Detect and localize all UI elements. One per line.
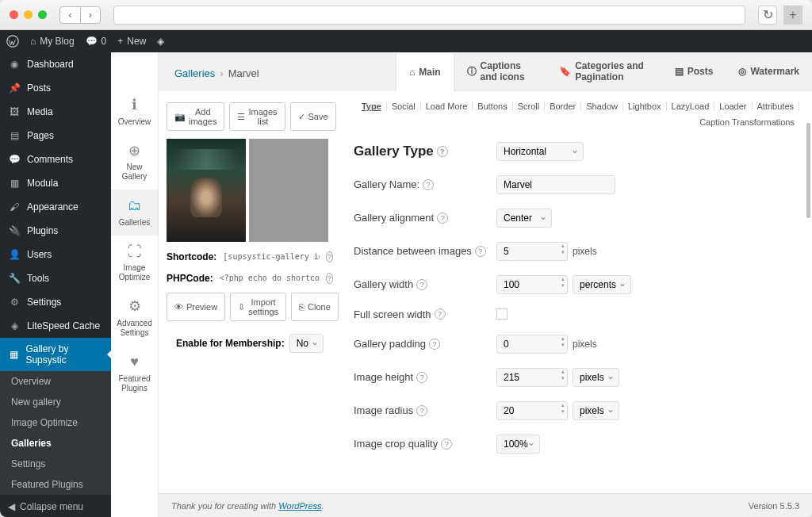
save-button[interactable]: ✓Save bbox=[290, 102, 336, 131]
submenu-overview[interactable]: Overview bbox=[0, 371, 111, 392]
add-images-button[interactable]: 📷Add images bbox=[167, 102, 224, 131]
crop-select[interactable]: 100% bbox=[496, 435, 540, 454]
subtab-attributes[interactable]: Attributes bbox=[753, 101, 799, 111]
subnav-overview[interactable]: ℹOverview bbox=[111, 89, 158, 135]
breadcrumb-root[interactable]: Galleries bbox=[174, 67, 215, 79]
membership-select[interactable]: No bbox=[289, 334, 324, 353]
tab-categories[interactable]: 🔖Categories and Pagination bbox=[546, 52, 662, 90]
main-tabs: ⌂Main ⓘCaptions and icons 🔖Categories an… bbox=[396, 52, 812, 91]
gallery-thumbnail[interactable] bbox=[167, 139, 246, 242]
tab-watermark[interactable]: ◎Watermark bbox=[726, 52, 812, 90]
submenu-image-optimize[interactable]: Image Optimize bbox=[0, 412, 111, 433]
images-list-button[interactable]: ☰Images list bbox=[229, 102, 285, 131]
site-home-link[interactable]: ⌂ My Blog bbox=[30, 36, 75, 47]
subnav-advanced-settings[interactable]: ⚙Advanced Settings bbox=[111, 290, 158, 346]
submenu-featured-plugins[interactable]: Featured Plugins bbox=[0, 474, 111, 495]
fullscreen-label: Full screen width? bbox=[354, 308, 496, 320]
refresh-button[interactable]: ↻ bbox=[758, 6, 777, 25]
subtab-buttons[interactable]: Buttons bbox=[473, 101, 512, 111]
menu-litespeed[interactable]: ◈LiteSpeed Cache bbox=[0, 314, 111, 338]
menu-modula[interactable]: ▦Modula bbox=[0, 171, 111, 195]
width-input[interactable] bbox=[496, 275, 568, 294]
distance-input[interactable] bbox=[496, 242, 568, 261]
subtab-border[interactable]: Border bbox=[545, 101, 581, 111]
subtab-lightbox[interactable]: Lightbox bbox=[623, 101, 667, 111]
comments-link[interactable]: 💬 0 bbox=[86, 36, 107, 47]
wordpress-link[interactable]: WordPress bbox=[278, 501, 321, 511]
help-icon[interactable]: ? bbox=[416, 372, 427, 383]
new-tab-button[interactable]: + bbox=[783, 6, 802, 25]
tab-main[interactable]: ⌂Main bbox=[396, 52, 454, 91]
alignment-select[interactable]: Center bbox=[496, 209, 552, 228]
menu-settings[interactable]: ⚙Settings bbox=[0, 290, 111, 314]
help-icon[interactable]: ? bbox=[441, 438, 452, 450]
help-icon[interactable]: ? bbox=[423, 179, 434, 190]
help-icon[interactable]: ? bbox=[429, 339, 440, 350]
help-icon[interactable]: ? bbox=[437, 146, 448, 157]
help-icon[interactable]: ? bbox=[326, 251, 333, 262]
minimize-window[interactable] bbox=[24, 10, 33, 19]
tab-posts[interactable]: ▤Posts bbox=[662, 52, 726, 90]
clone-button[interactable]: ⎘Clone bbox=[291, 293, 339, 321]
height-unit-select[interactable]: pixels bbox=[573, 368, 619, 387]
close-window[interactable] bbox=[10, 10, 18, 19]
subtab-loadmore[interactable]: Load More bbox=[421, 101, 473, 111]
chevron-right-icon: › bbox=[220, 67, 223, 79]
help-icon[interactable]: ? bbox=[416, 279, 427, 290]
collapse-menu[interactable]: ◀Collapse menu bbox=[0, 495, 111, 517]
forward-button[interactable]: › bbox=[80, 6, 101, 24]
subtab-scroll[interactable]: Scroll bbox=[513, 101, 546, 111]
height-input[interactable] bbox=[496, 368, 568, 387]
menu-gallery-supsystic[interactable]: ▦Gallery by Supsystic bbox=[0, 338, 111, 371]
submenu-new-gallery[interactable]: New gallery bbox=[0, 392, 111, 412]
menu-pages[interactable]: ▤Pages bbox=[0, 124, 111, 147]
watermark-icon: ◎ bbox=[738, 66, 746, 77]
padding-input[interactable] bbox=[496, 335, 568, 354]
url-bar[interactable] bbox=[113, 6, 745, 25]
help-icon[interactable]: ? bbox=[437, 213, 448, 224]
back-button[interactable]: ‹ bbox=[59, 6, 80, 24]
help-icon[interactable]: ? bbox=[416, 405, 427, 416]
width-unit-select[interactable]: percents bbox=[573, 275, 631, 294]
wp-logo[interactable] bbox=[6, 35, 19, 48]
subnav-featured-plugins[interactable]: ♥Featured Plugins bbox=[111, 346, 158, 401]
shortcode-value[interactable] bbox=[221, 250, 321, 263]
scrollbar[interactable] bbox=[806, 123, 810, 218]
submenu-galleries[interactable]: Galleries bbox=[0, 433, 111, 454]
gallery-icon: ▦ bbox=[8, 348, 19, 361]
fullscreen-checkbox[interactable] bbox=[496, 308, 508, 320]
menu-posts[interactable]: 📌Posts bbox=[0, 76, 111, 100]
toolbar-extra-icon[interactable]: ◈ bbox=[157, 36, 164, 47]
menu-tools[interactable]: 🔧Tools bbox=[0, 266, 111, 290]
subtab-type[interactable]: Type bbox=[357, 101, 387, 111]
subtab-shadow[interactable]: Shadow bbox=[581, 101, 623, 111]
import-button[interactable]: ⇩Import settings bbox=[230, 293, 286, 321]
subtab-caption-transform[interactable]: Caption Transformations bbox=[695, 117, 799, 127]
menu-users[interactable]: 👤Users bbox=[0, 243, 111, 266]
help-icon[interactable]: ? bbox=[475, 246, 486, 257]
menu-appearance[interactable]: 🖌Appearance bbox=[0, 195, 111, 219]
subtab-social[interactable]: Social bbox=[387, 101, 421, 111]
radius-input[interactable] bbox=[496, 401, 568, 420]
menu-dashboard[interactable]: ◉Dashboard bbox=[0, 52, 111, 76]
phpcode-value[interactable] bbox=[218, 271, 321, 285]
subtab-loader[interactable]: Loader bbox=[714, 101, 752, 111]
subtab-lazyload[interactable]: LazyLoad bbox=[667, 101, 715, 111]
help-icon[interactable]: ? bbox=[326, 273, 333, 284]
subnav-image-optimize[interactable]: ⛶Image Optimize bbox=[111, 236, 158, 291]
menu-plugins[interactable]: 🔌Plugins bbox=[0, 219, 111, 243]
help-icon[interactable]: ? bbox=[435, 308, 446, 320]
submenu-settings[interactable]: Settings bbox=[0, 454, 111, 474]
new-content-link[interactable]: + New bbox=[117, 36, 146, 47]
tab-captions[interactable]: ⓘCaptions and icons bbox=[454, 52, 547, 90]
check-icon: ✓ bbox=[298, 112, 305, 122]
menu-media[interactable]: 🖾Media bbox=[0, 100, 111, 124]
gallery-name-input[interactable] bbox=[496, 175, 615, 194]
menu-comments[interactable]: 💬Comments bbox=[0, 147, 111, 171]
subnav-new-gallery[interactable]: ⊕New Gallery bbox=[111, 135, 158, 190]
maximize-window[interactable] bbox=[38, 10, 47, 19]
gallery-type-select[interactable]: Horizontal bbox=[496, 142, 584, 161]
preview-button[interactable]: 👁Preview bbox=[167, 293, 225, 321]
subnav-galleries[interactable]: 🗂Galleries bbox=[111, 190, 158, 236]
radius-unit-select[interactable]: pixels bbox=[573, 401, 619, 420]
